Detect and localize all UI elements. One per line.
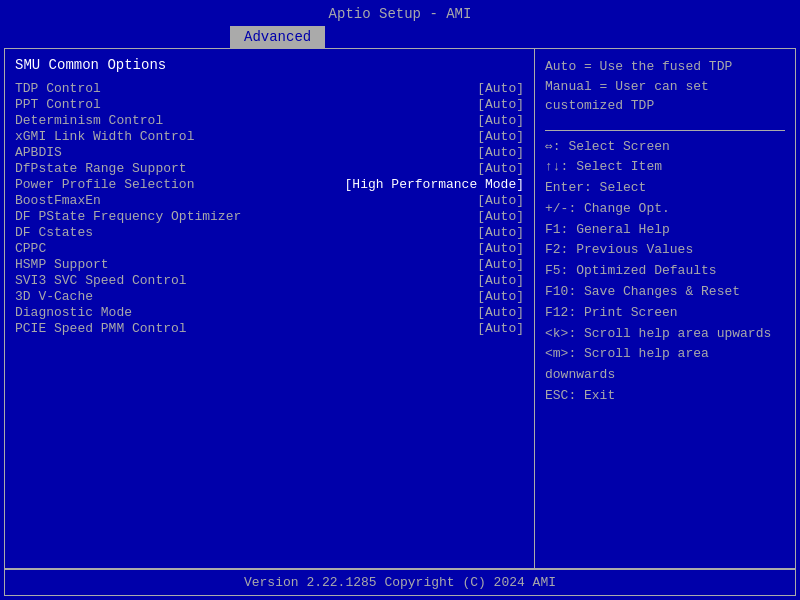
menu-item-value: [Auto] bbox=[477, 273, 524, 288]
menu-item[interactable]: xGMI Link Width Control[Auto] bbox=[15, 129, 524, 144]
menu-item-label: Diagnostic Mode bbox=[15, 305, 132, 320]
menu-item[interactable]: 3D V-Cache[Auto] bbox=[15, 289, 524, 304]
menu-item-label: DF PState Frequency Optimizer bbox=[15, 209, 241, 224]
help-line: customized TDP bbox=[545, 96, 785, 116]
right-panel: Auto = Use the fused TDPManual = User ca… bbox=[535, 49, 795, 568]
shortcut-item: ⇔: Select Screen bbox=[545, 137, 785, 158]
menu-item-label: TDP Control bbox=[15, 81, 101, 96]
menu-item-label: PPT Control bbox=[15, 97, 101, 112]
menu-item[interactable]: Power Profile Selection[High Performance… bbox=[15, 177, 524, 192]
footer: Version 2.22.1285 Copyright (C) 2024 AMI bbox=[4, 569, 796, 596]
menu-item[interactable]: Determinism Control[Auto] bbox=[15, 113, 524, 128]
shortcut-item: <k>: Scroll help area upwards bbox=[545, 324, 785, 345]
menu-item-label: xGMI Link Width Control bbox=[15, 129, 194, 144]
footer-text: Version 2.22.1285 Copyright (C) 2024 AMI bbox=[244, 575, 556, 590]
menu-item-value: [Auto] bbox=[477, 305, 524, 320]
menu-item[interactable]: BoostFmaxEn[Auto] bbox=[15, 193, 524, 208]
help-line: Auto = Use the fused TDP bbox=[545, 57, 785, 77]
menu-item-value: [Auto] bbox=[477, 145, 524, 160]
shortcut-item: F10: Save Changes & Reset bbox=[545, 282, 785, 303]
menu-item-value: [Auto] bbox=[477, 257, 524, 272]
menu-item-label: APBDIS bbox=[15, 145, 62, 160]
menu-items: TDP Control[Auto]PPT Control[Auto]Determ… bbox=[15, 81, 524, 336]
menu-item-label: PCIE Speed PMM Control bbox=[15, 321, 187, 336]
menu-item[interactable]: PCIE Speed PMM Control[Auto] bbox=[15, 321, 524, 336]
menu-item-value: [Auto] bbox=[477, 113, 524, 128]
menu-item-value: [Auto] bbox=[477, 225, 524, 240]
menu-item-value: [Auto] bbox=[477, 241, 524, 256]
shortcut-item: +/-: Change Opt. bbox=[545, 199, 785, 220]
menu-item[interactable]: DF PState Frequency Optimizer[Auto] bbox=[15, 209, 524, 224]
menu-item-value: [Auto] bbox=[477, 129, 524, 144]
menu-item[interactable]: Diagnostic Mode[Auto] bbox=[15, 305, 524, 320]
menu-item[interactable]: HSMP Support[Auto] bbox=[15, 257, 524, 272]
shortcut-item: ↑↓: Select Item bbox=[545, 157, 785, 178]
help-line: Manual = User can set bbox=[545, 77, 785, 97]
menu-item[interactable]: SVI3 SVC Speed Control[Auto] bbox=[15, 273, 524, 288]
shortcut-item: F5: Optimized Defaults bbox=[545, 261, 785, 282]
main-content: SMU Common Options TDP Control[Auto]PPT … bbox=[4, 48, 796, 569]
title-text: Aptio Setup - AMI bbox=[329, 6, 472, 22]
menu-item-value: [Auto] bbox=[477, 161, 524, 176]
tab-row: Advanced bbox=[0, 26, 800, 48]
divider bbox=[545, 130, 785, 131]
menu-item-label: CPPC bbox=[15, 241, 46, 256]
menu-item-label: DF Cstates bbox=[15, 225, 93, 240]
shortcut-item: F1: General Help bbox=[545, 220, 785, 241]
shortcut-item: F2: Previous Values bbox=[545, 240, 785, 261]
menu-item-label: Determinism Control bbox=[15, 113, 163, 128]
menu-item-value: [Auto] bbox=[477, 97, 524, 112]
menu-item-value: [Auto] bbox=[477, 209, 524, 224]
help-text: Auto = Use the fused TDPManual = User ca… bbox=[545, 57, 785, 116]
menu-item-label: SVI3 SVC Speed Control bbox=[15, 273, 187, 288]
menu-item[interactable]: APBDIS[Auto] bbox=[15, 145, 524, 160]
menu-item[interactable]: PPT Control[Auto] bbox=[15, 97, 524, 112]
menu-item-label: DfPstate Range Support bbox=[15, 161, 187, 176]
shortcut-item: F12: Print Screen bbox=[545, 303, 785, 324]
menu-item-label: 3D V-Cache bbox=[15, 289, 93, 304]
menu-item-value: [High Performance Mode] bbox=[345, 177, 524, 192]
menu-item[interactable]: DF Cstates[Auto] bbox=[15, 225, 524, 240]
section-title: SMU Common Options bbox=[15, 57, 524, 73]
menu-item-value: [Auto] bbox=[477, 81, 524, 96]
menu-item-label: Power Profile Selection bbox=[15, 177, 194, 192]
menu-item-value: [Auto] bbox=[477, 321, 524, 336]
menu-item[interactable]: CPPC[Auto] bbox=[15, 241, 524, 256]
menu-item-value: [Auto] bbox=[477, 289, 524, 304]
shortcut-item: <m>: Scroll help area downwards bbox=[545, 344, 785, 386]
menu-item-label: BoostFmaxEn bbox=[15, 193, 101, 208]
shortcut-item: ESC: Exit bbox=[545, 386, 785, 407]
menu-item-value: [Auto] bbox=[477, 193, 524, 208]
app: Aptio Setup - AMI Advanced SMU Common Op… bbox=[0, 0, 800, 600]
menu-item-label: HSMP Support bbox=[15, 257, 109, 272]
tab-advanced[interactable]: Advanced bbox=[230, 26, 325, 48]
title-bar: Aptio Setup - AMI bbox=[0, 0, 800, 26]
menu-item[interactable]: TDP Control[Auto] bbox=[15, 81, 524, 96]
menu-item[interactable]: DfPstate Range Support[Auto] bbox=[15, 161, 524, 176]
shortcut-item: Enter: Select bbox=[545, 178, 785, 199]
shortcuts: ⇔: Select Screen↑↓: Select ItemEnter: Se… bbox=[545, 137, 785, 407]
left-panel: SMU Common Options TDP Control[Auto]PPT … bbox=[5, 49, 535, 568]
